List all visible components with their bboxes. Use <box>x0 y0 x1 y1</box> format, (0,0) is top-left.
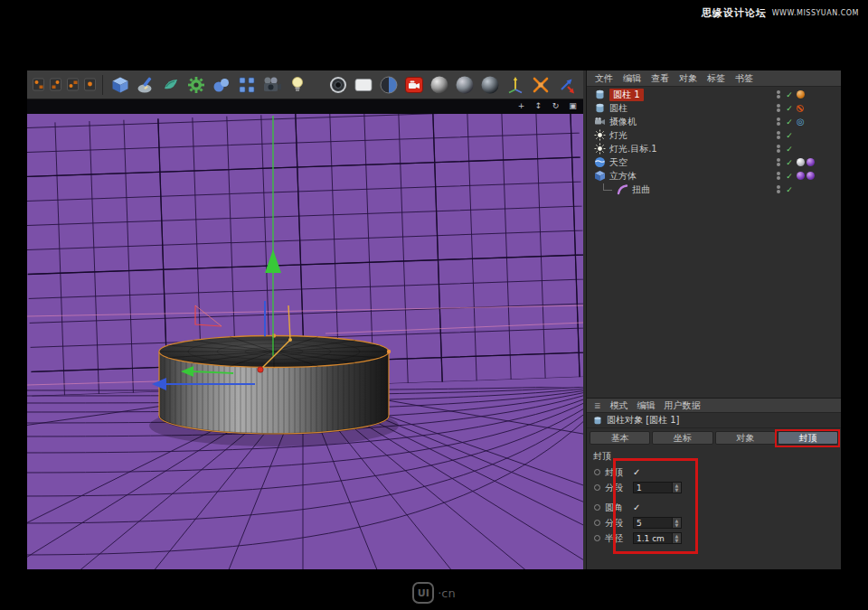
metaball-tool-icon[interactable] <box>210 73 232 97</box>
object-row-cylinder[interactable]: 圆柱 ✓ <box>587 101 841 115</box>
caps-checkbox[interactable]: ✓ <box>633 467 640 477</box>
radius-field[interactable]: 1.1 cm ▲▼ <box>633 532 682 544</box>
material-tag-icon[interactable] <box>807 172 815 180</box>
material-sphere-icon-2[interactable] <box>453 73 476 97</box>
camera-tool-icon[interactable] <box>260 73 283 97</box>
stepper[interactable]: ▲▼ <box>673 532 682 544</box>
material-tag-icon[interactable] <box>797 172 805 180</box>
object-row-light-target[interactable]: 灯光.目标.1 ✓ <box>587 142 841 155</box>
keyframe-dot[interactable] <box>594 520 600 526</box>
gear-tool-icon[interactable] <box>184 73 207 97</box>
orange-handle-dot[interactable] <box>288 338 292 342</box>
menu-bookmarks[interactable]: 书签 <box>735 72 753 85</box>
object-label[interactable]: 圆柱 1 <box>609 89 644 101</box>
enabled-check-icon[interactable]: ✓ <box>785 158 794 167</box>
keyframe-dot[interactable] <box>594 504 600 511</box>
enabled-check-icon[interactable]: ✓ <box>785 90 794 99</box>
viewport-canvas[interactable] <box>27 114 583 569</box>
tab-object[interactable]: 对象 <box>715 431 776 445</box>
origin-dot[interactable] <box>258 367 263 372</box>
visibility-dots[interactable] <box>777 158 780 166</box>
enabled-check-icon[interactable]: ✓ <box>785 131 794 140</box>
material-tag-icon[interactable] <box>807 158 815 166</box>
menu-view[interactable]: 查看 <box>651 72 669 85</box>
render-picture-viewer-icon[interactable] <box>402 73 425 97</box>
app-window: + ↕ ↻ ▣ <box>27 70 841 569</box>
menu-objects[interactable]: 对象 <box>679 72 697 85</box>
cylinder-object[interactable] <box>149 333 399 446</box>
tab-caps[interactable]: 封顶 <box>778 431 838 445</box>
fillet-checkbox[interactable]: ✓ <box>633 502 640 512</box>
disabled-tag-icon[interactable] <box>797 105 804 112</box>
object-row-cylinder1[interactable]: 圆柱 1 ✓ <box>587 88 841 101</box>
menu-edit[interactable]: 编辑 <box>637 399 656 412</box>
menu-mode[interactable]: 模式 <box>610 399 628 412</box>
stepper[interactable]: ▲▼ <box>673 517 682 529</box>
keyframe-dot[interactable] <box>594 535 600 541</box>
texture-tag-icon[interactable] <box>797 90 805 99</box>
menu-edit[interactable]: 编辑 <box>623 72 641 85</box>
menu-tags[interactable]: 标签 <box>707 72 725 85</box>
object-label[interactable]: 灯光 <box>609 129 627 142</box>
rotate-icon[interactable]: ↻ <box>551 101 561 110</box>
film-frame-icon-2[interactable] <box>48 73 62 97</box>
stepper[interactable]: ▲▼ <box>673 482 682 493</box>
object-label[interactable]: 摄像机 <box>609 116 637 128</box>
object-label[interactable]: 灯光.目标.1 <box>609 143 657 155</box>
cap-segments-field[interactable]: 1 ▲▼ <box>633 482 682 493</box>
visibility-dots[interactable] <box>777 172 780 180</box>
object-row-camera[interactable]: 摄像机 ✓◎ <box>587 115 841 128</box>
film-frame-icon-4[interactable] <box>82 73 97 97</box>
visibility-dots[interactable] <box>777 185 780 193</box>
enabled-check-icon[interactable]: ✓ <box>785 145 794 154</box>
visibility-dots[interactable] <box>777 145 780 153</box>
cube-tool-icon[interactable] <box>108 73 131 97</box>
object-row-sky[interactable]: 天空 ✓ <box>587 155 841 169</box>
enabled-check-icon[interactable]: ✓ <box>785 117 794 127</box>
menu-user-data[interactable]: 用户数据 <box>665 399 701 412</box>
material-sphere-icon-3[interactable] <box>478 73 501 97</box>
light-tool-icon[interactable] <box>286 73 308 97</box>
fillet-segments-field[interactable]: 5 ▲▼ <box>633 517 682 529</box>
object-row-light[interactable]: 灯光 ✓ <box>587 128 841 142</box>
target-tag-icon[interactable]: ◎ <box>797 117 805 127</box>
render-view-icon[interactable] <box>326 73 349 97</box>
pan-icon[interactable]: + <box>516 101 526 110</box>
snap-icon[interactable] <box>529 73 552 97</box>
radius-row: 半径 1.1 cm ▲▼ <box>594 530 841 546</box>
keyframe-dot[interactable] <box>594 469 600 475</box>
render-region-icon[interactable] <box>352 73 374 97</box>
visibility-dots[interactable] <box>777 117 780 126</box>
visibility-dots[interactable] <box>777 131 780 139</box>
sculpt-tool-icon[interactable] <box>159 73 182 97</box>
object-label[interactable]: 天空 <box>609 156 627 169</box>
material-sphere-icon-1[interactable] <box>428 73 450 97</box>
pen-tool-icon[interactable] <box>134 73 156 97</box>
tab-coordinates[interactable]: 坐标 <box>652 431 712 445</box>
film-frame-icon-1[interactable] <box>31 73 45 97</box>
array-tool-icon[interactable] <box>235 73 258 97</box>
object-row-bend[interactable]: 扭曲 ✓ <box>587 183 841 196</box>
visibility-dots[interactable] <box>777 104 780 112</box>
visibility-dots[interactable] <box>777 90 780 99</box>
tab-basic[interactable]: 基本 <box>590 431 650 445</box>
caps-row: 封顶 ✓ <box>594 465 841 480</box>
menu-file[interactable]: 文件 <box>595 72 613 85</box>
axis-icon[interactable] <box>504 73 526 97</box>
object-label[interactable]: 扭曲 <box>632 183 650 196</box>
object-row-cube[interactable]: 立方体 ✓ <box>587 169 841 183</box>
viewport[interactable]: + ↕ ↻ ▣ <box>27 99 583 569</box>
material-tag-icon[interactable] <box>797 158 805 166</box>
param-handle-dot[interactable] <box>387 350 391 353</box>
keyframe-dot[interactable] <box>594 484 600 491</box>
film-frame-icon-3[interactable] <box>65 73 80 97</box>
move-axis-icon[interactable] <box>554 73 577 97</box>
render-settings-icon[interactable] <box>377 73 400 97</box>
object-label[interactable]: 圆柱 <box>609 102 627 115</box>
maximize-icon[interactable]: ▣ <box>568 101 578 110</box>
object-label[interactable]: 立方体 <box>609 170 637 183</box>
enabled-check-icon[interactable]: ✓ <box>785 172 794 181</box>
enabled-check-icon[interactable]: ✓ <box>785 185 794 194</box>
enabled-check-icon[interactable]: ✓ <box>785 104 794 113</box>
zoom-icon[interactable]: ↕ <box>533 101 543 110</box>
